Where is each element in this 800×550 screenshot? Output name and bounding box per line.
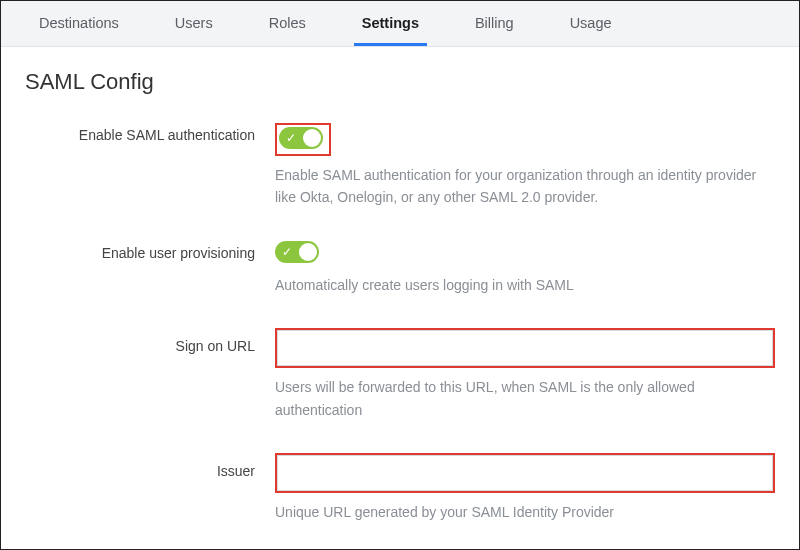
enable-provisioning-toggle[interactable]: ✓ (275, 241, 319, 263)
row-issuer: Issuer Unique URL generated by your SAML… (25, 453, 775, 523)
row-enable-provisioning: Enable user provisioning ✓ Automatically… (25, 241, 775, 296)
enable-provisioning-label: Enable user provisioning (25, 241, 275, 261)
tab-users[interactable]: Users (167, 1, 221, 46)
issuer-input[interactable] (277, 455, 773, 491)
sign-on-url-input[interactable] (277, 330, 773, 366)
enable-saml-label: Enable SAML authentication (25, 123, 275, 143)
highlight-sign-on-url (275, 328, 775, 368)
checkmark-icon: ✓ (282, 246, 292, 258)
issuer-label: Issuer (25, 453, 275, 479)
row-enable-saml: Enable SAML authentication ✓ Enable SAML… (25, 123, 775, 209)
tab-roles[interactable]: Roles (261, 1, 314, 46)
highlight-issuer (275, 453, 775, 493)
enable-provisioning-help: Automatically create users logging in wi… (275, 274, 775, 296)
page-title: SAML Config (25, 69, 775, 95)
enable-saml-help: Enable SAML authentication for your orga… (275, 164, 775, 209)
toggle-knob (299, 243, 317, 261)
row-sign-on-url: Sign on URL Users will be forwarded to t… (25, 328, 775, 421)
page-body: SAML Config Enable SAML authentication ✓… (1, 47, 799, 550)
tab-billing[interactable]: Billing (467, 1, 522, 46)
enable-saml-toggle[interactable]: ✓ (279, 127, 323, 149)
issuer-help: Unique URL generated by your SAML Identi… (275, 501, 775, 523)
tab-destinations[interactable]: Destinations (31, 1, 127, 46)
tab-usage[interactable]: Usage (562, 1, 620, 46)
highlight-enable-saml: ✓ (275, 123, 331, 156)
saml-config-form: Enable SAML authentication ✓ Enable SAML… (25, 123, 775, 550)
sign-on-url-help: Users will be forwarded to this URL, whe… (275, 376, 775, 421)
sign-on-url-label: Sign on URL (25, 328, 275, 354)
checkmark-icon: ✓ (286, 132, 296, 144)
tab-settings[interactable]: Settings (354, 1, 427, 46)
top-tabs: Destinations Users Roles Settings Billin… (1, 1, 799, 47)
toggle-knob (303, 129, 321, 147)
